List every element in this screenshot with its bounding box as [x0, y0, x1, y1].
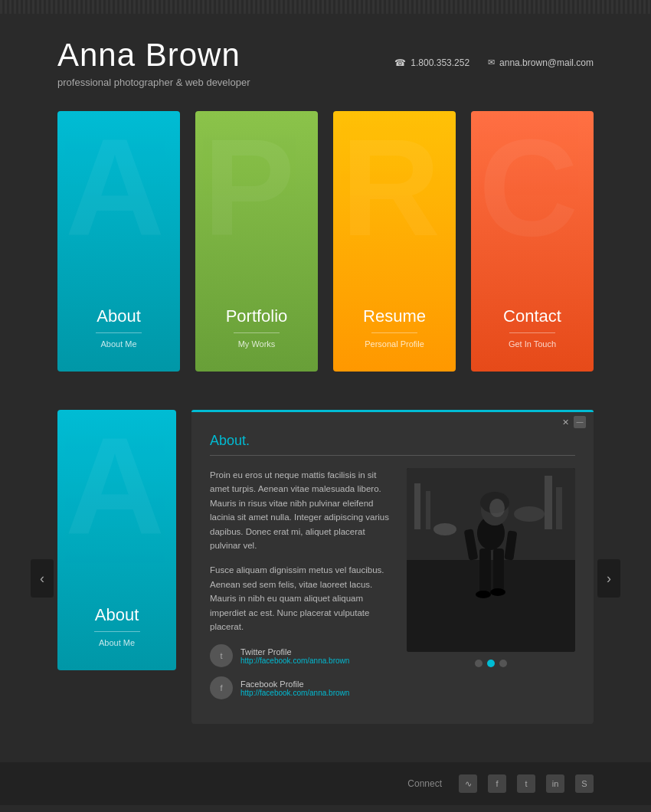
panel-content: ✕ — About. Proin eu eros ut neque mattis…	[191, 410, 594, 724]
email-address: anna.brown@mail.com	[499, 57, 594, 68]
skype-footer-icon[interactable]: S	[575, 774, 594, 793]
email-contact: ✉ anna.brown@mail.com	[488, 57, 594, 68]
profile-photo	[407, 468, 575, 652]
card-divider-resume	[371, 332, 417, 333]
twitter-link[interactable]: t Twitter Profile http://facebook.com/an…	[210, 644, 391, 667]
card-sub-about: About Me	[100, 339, 136, 349]
header: Anna Brown professional photographer & w…	[0, 14, 651, 103]
facebook-icon: f	[210, 676, 233, 699]
panel-body: Proin eu eros ut neque mattis facilisis …	[210, 468, 575, 709]
panel-heading-dot: .	[246, 433, 250, 448]
panel-minimize-button[interactable]: —	[574, 416, 586, 428]
facebook-url[interactable]: http://facebook.com/anna.brown	[240, 689, 349, 697]
arrow-left-button[interactable]: ‹	[31, 559, 54, 598]
card-divider-portfolio	[234, 332, 280, 333]
nav-card-about[interactable]: A About About Me	[57, 111, 180, 372]
svg-point-6	[433, 523, 456, 535]
arrow-right-button[interactable]: ›	[597, 559, 620, 598]
svg-rect-4	[545, 476, 552, 529]
panel-top-bar	[191, 410, 594, 412]
panel-card-about[interactable]: A About About Me	[57, 410, 176, 670]
facebook-link[interactable]: f Facebook Profile http://facebook.com/a…	[210, 676, 391, 699]
card-letter-contact: C	[479, 119, 578, 257]
dot-2[interactable]	[487, 660, 495, 667]
panel-para1: Proin eu eros ut neque mattis facilisis …	[210, 468, 391, 552]
svg-rect-12	[493, 548, 504, 591]
panel-heading: About.	[210, 433, 575, 456]
panel-card-divider	[94, 631, 140, 632]
panel-card-letter: A	[65, 417, 165, 555]
svg-rect-3	[426, 491, 430, 529]
card-letter-portfolio: P	[203, 119, 295, 257]
rss-icon[interactable]: ∿	[459, 774, 477, 793]
card-title-contact: Contact	[503, 306, 561, 326]
nav-card-contact[interactable]: C Contact Get In Touch	[471, 111, 594, 372]
facebook-footer-icon[interactable]: f	[488, 774, 506, 793]
footer-connect-label: Connect	[407, 778, 442, 789]
nav-card-resume[interactable]: R Resume Personal Profile	[333, 111, 456, 372]
card-divider-about	[96, 332, 142, 333]
twitter-label: Twitter Profile	[240, 647, 349, 656]
card-sub-resume: Personal Profile	[365, 339, 424, 349]
svg-rect-5	[556, 487, 562, 529]
panel-photo-area	[407, 468, 575, 709]
nav-card-portfolio[interactable]: P Portfolio My Works	[195, 111, 318, 372]
chevron-right-icon: ›	[607, 571, 611, 587]
top-texture-bar	[0, 0, 651, 14]
separator	[0, 387, 651, 410]
header-left: Anna Brown professional photographer & w…	[57, 37, 250, 88]
email-icon: ✉	[488, 57, 495, 67]
card-sub-portfolio: My Works	[238, 339, 276, 349]
footer: Connect ∿ f t in S	[0, 762, 651, 805]
svg-point-7	[514, 506, 545, 522]
panel-card-title: About	[95, 605, 139, 625]
card-title-portfolio: Portfolio	[226, 306, 288, 326]
photo-svg	[407, 468, 575, 652]
card-divider-contact	[509, 332, 555, 333]
site-tagline: professional photographer & web develope…	[57, 77, 250, 88]
card-title-resume: Resume	[363, 306, 426, 326]
svg-point-15	[476, 591, 491, 598]
panel-text: Proin eu eros ut neque mattis facilisis …	[210, 468, 391, 709]
phone-icon: ☎	[394, 57, 406, 68]
photo-dots	[407, 660, 575, 667]
linkedin-footer-icon[interactable]: in	[546, 774, 564, 793]
phone-contact: ☎ 1.800.353.252	[394, 57, 469, 68]
phone-number: 1.800.353.252	[411, 57, 469, 68]
nav-cards: A About About Me P Portfolio My Works R …	[0, 103, 651, 387]
card-letter-resume: R	[341, 119, 440, 257]
panel-section: ‹ A About About Me ✕ — About. Proin eu e…	[0, 410, 651, 747]
panel-close-area: ✕ —	[562, 416, 586, 428]
twitter-footer-icon[interactable]: t	[517, 774, 535, 793]
svg-rect-2	[414, 483, 420, 529]
header-right: ☎ 1.800.353.252 ✉ anna.brown@mail.com	[394, 57, 594, 68]
dot-3[interactable]	[499, 660, 507, 667]
card-title-about: About	[97, 306, 141, 326]
panel-close-x[interactable]: ✕	[562, 417, 569, 427]
panel-heading-text: About	[210, 433, 246, 448]
dot-1[interactable]	[475, 660, 483, 667]
card-sub-contact: Get In Touch	[509, 339, 556, 349]
panel-left: A About About Me	[57, 410, 184, 724]
facebook-link-text: Facebook Profile http://facebook.com/ann…	[240, 679, 349, 697]
panel-para2: Fusce aliquam dignissim metus vel faucib…	[210, 563, 391, 634]
facebook-label: Facebook Profile	[240, 679, 349, 689]
svg-point-16	[490, 588, 505, 596]
twitter-icon: t	[210, 644, 233, 667]
card-letter-about: A	[65, 119, 165, 257]
svg-point-17	[489, 499, 505, 517]
site-title: Anna Brown	[57, 37, 250, 74]
twitter-url[interactable]: http://facebook.com/anna.brown	[240, 656, 349, 665]
twitter-link-text: Twitter Profile http://facebook.com/anna…	[240, 647, 349, 665]
svg-rect-11	[479, 548, 491, 594]
panel-card-sub: About Me	[99, 638, 135, 647]
chevron-left-icon: ‹	[40, 571, 44, 587]
